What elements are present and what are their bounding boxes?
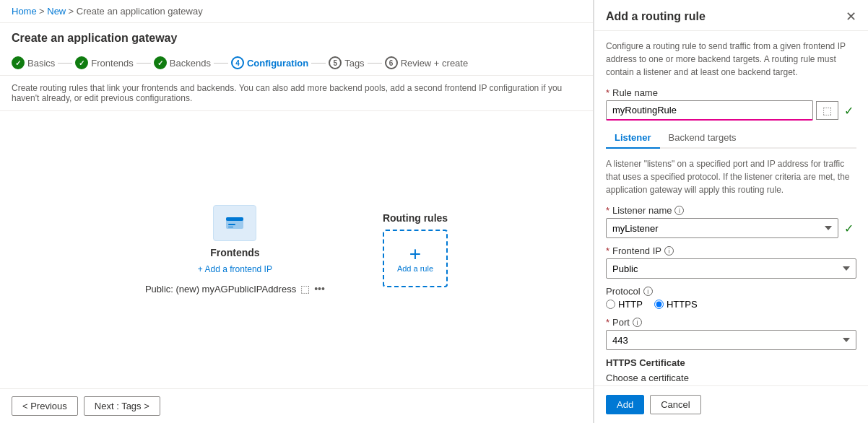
frontends-box: Frontends + Add a frontend IP Public: (n… [145, 205, 325, 295]
panel-title: Add a routing rule [606, 10, 706, 23]
add-frontend-link[interactable]: + Add a frontend IP [198, 264, 272, 274]
tabs-row: Listener Backend targets [606, 128, 856, 149]
step-backends[interactable]: ✓ Backends [154, 56, 211, 69]
svg-rect-2 [228, 224, 235, 225]
frontend-ip-label: Frontend IP [612, 245, 661, 256]
listener-name-row: * Listener name i myListener ✓ [606, 205, 856, 238]
copy-rule-btn[interactable]: ⬚ [816, 101, 838, 120]
cancel-button[interactable]: Cancel [650, 395, 700, 414]
choose-cert-row: Choose a certificate Upload a certificat… [606, 372, 856, 385]
info-text: Create routing rules that link your fron… [0, 76, 593, 111]
steps-bar: ✓ Basics ✓ Frontends ✓ Backends 4 Config… [0, 51, 593, 76]
listener-name-select[interactable]: myListener [606, 218, 838, 238]
copy-icon[interactable]: ⬚ [300, 283, 310, 295]
frontend-ip-info-icon[interactable]: i [664, 246, 674, 256]
frontends-title: Frontends [210, 247, 259, 258]
tab-backend-targets[interactable]: Backend targets [660, 128, 745, 149]
step-frontends[interactable]: ✓ Frontends [75, 56, 134, 69]
panel-desc: Configure a routing rule to send traffic… [606, 40, 856, 79]
breadcrumb-page: Create an application gateway [77, 6, 203, 17]
panel-body: Configure a routing rule to send traffic… [594, 31, 868, 385]
protocol-https-radio[interactable] [654, 300, 664, 309]
frontend-item: Public: (new) myAGPublicIPAddress ⬚ ••• [145, 283, 325, 295]
step-review[interactable]: 6 Review + create [385, 56, 469, 69]
listener-name-info-icon[interactable]: i [674, 206, 684, 215]
rule-name-input[interactable] [606, 100, 813, 121]
port-info-icon[interactable]: i [633, 318, 642, 327]
step-configuration[interactable]: 4 Configuration [231, 56, 308, 69]
step-tags[interactable]: 5 Tags [329, 56, 364, 69]
protocol-http-radio[interactable] [606, 300, 615, 309]
breadcrumb-home[interactable]: Home [12, 6, 37, 17]
port-select[interactable]: 443 [606, 330, 856, 350]
step-basics[interactable]: ✓ Basics [12, 56, 55, 69]
frontend-ip-select[interactable]: Public [606, 258, 856, 279]
routing-rules-title: Routing rules [383, 212, 448, 224]
listener-name-label: Listener name [612, 205, 672, 216]
close-button[interactable]: ✕ [846, 9, 856, 25]
port-row: * Port i 443 [606, 317, 856, 350]
panel-footer: Add Cancel [594, 385, 868, 423]
frontend-ip-row: * Frontend IP i Public [606, 245, 856, 279]
rule-name-label: Rule name [612, 87, 658, 98]
panel-header: Add a routing rule ✕ [594, 0, 868, 31]
tab-listener[interactable]: Listener [606, 128, 660, 149]
protocol-label: Protocol [606, 286, 641, 297]
frontends-icon [213, 205, 256, 241]
prev-button[interactable]: < Previous [12, 396, 78, 416]
plus-icon: + [409, 244, 421, 264]
page-title: Create an application gateway [0, 23, 593, 51]
add-rule-label: Add a rule [397, 264, 433, 273]
bottom-bar: < Previous Next : Tags > [0, 388, 593, 423]
protocol-info-icon[interactable]: i [643, 287, 653, 296]
https-cert-title: HTTPS Certificate [606, 357, 856, 368]
rule-name-row: * Rule name ⬚ ✓ [606, 87, 856, 121]
breadcrumb-new[interactable]: New [47, 6, 66, 17]
svg-rect-3 [228, 227, 233, 227]
canvas: Frontends + Add a frontend IP Public: (n… [0, 111, 593, 388]
more-icon[interactable]: ••• [314, 283, 325, 295]
right-panel: Add a routing rule ✕ Configure a routing… [594, 0, 868, 423]
listener-desc: A listener "listens" on a specified port… [606, 157, 856, 196]
check-rule-btn[interactable]: ✓ [841, 104, 856, 118]
add-button[interactable]: Add [606, 395, 644, 414]
svg-rect-1 [226, 217, 243, 221]
routing-rules-box: Routing rules + Add a rule [383, 212, 448, 287]
breadcrumb: Home > New > Create an application gatew… [0, 0, 593, 23]
add-rule-box[interactable]: + Add a rule [383, 230, 448, 287]
next-button[interactable]: Next : Tags > [84, 396, 160, 416]
choose-cert-label: Choose a certificate [606, 372, 689, 383]
listener-name-check: ✓ [841, 222, 856, 235]
protocol-row: Protocol i HTTP HTTPS [606, 286, 856, 310]
port-label: Port [612, 317, 630, 328]
